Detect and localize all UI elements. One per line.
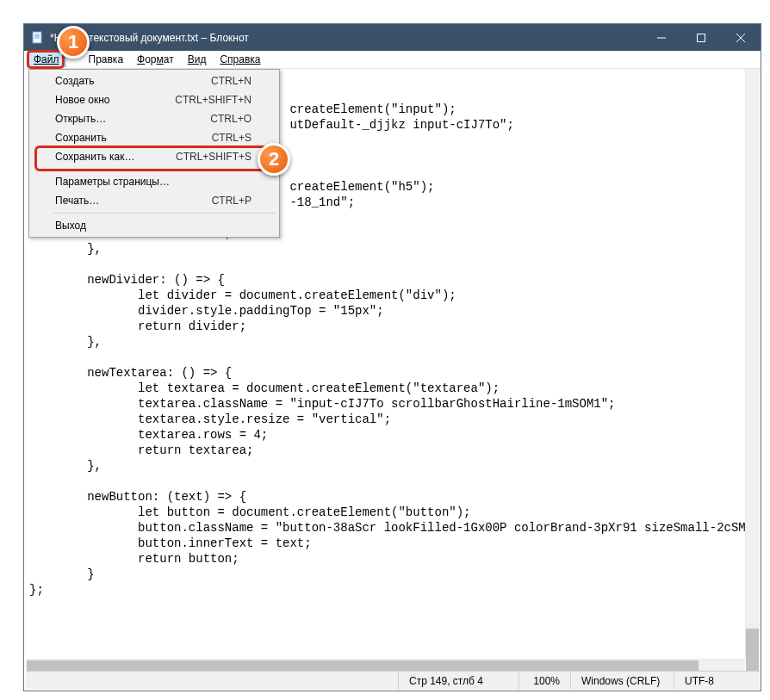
menuitem-open[interactable]: Открыть…CTRL+O bbox=[31, 109, 277, 128]
notepad-icon bbox=[31, 31, 45, 45]
status-zoom: 100% bbox=[519, 672, 570, 690]
menuitem-page-setup[interactable]: Параметры страницы… bbox=[31, 172, 277, 191]
file-menu-dropdown: СоздатьCTRL+N Новое окноCTRL+SHIFT+N Отк… bbox=[28, 69, 280, 238]
status-position: Стр 149, стлб 4 bbox=[398, 672, 519, 690]
status-line-ending: Windows (CRLF) bbox=[570, 672, 674, 690]
minimize-button[interactable] bbox=[642, 24, 681, 51]
menubar: Файл Правка Формат Вид Справка bbox=[24, 51, 761, 69]
menuitem-new[interactable]: СоздатьCTRL+N bbox=[31, 71, 277, 90]
vertical-scrollbar[interactable] bbox=[745, 69, 760, 659]
maximize-button[interactable] bbox=[681, 24, 721, 51]
menuitem-save[interactable]: СохранитьCTRL+S bbox=[31, 128, 277, 147]
menuitem-new-window[interactable]: Новое окноCTRL+SHIFT+N bbox=[31, 90, 277, 109]
close-button[interactable] bbox=[721, 24, 761, 51]
vscroll-thumb[interactable] bbox=[746, 629, 759, 672]
menuitem-exit[interactable]: Выход bbox=[31, 216, 277, 235]
annotation-badge-1: 1 bbox=[57, 26, 90, 59]
menu-separator bbox=[53, 169, 276, 170]
menu-format[interactable]: Формат bbox=[130, 52, 181, 67]
menu-separator bbox=[53, 213, 276, 214]
menu-edit[interactable]: Правка bbox=[82, 52, 131, 67]
annotation-badge-2: 2 bbox=[258, 143, 290, 176]
statusbar: Стр 149, стлб 4 100% Windows (CRLF) UTF-… bbox=[26, 671, 760, 690]
status-encoding: UTF-8 bbox=[674, 672, 760, 690]
window-controls bbox=[642, 24, 761, 51]
menu-view[interactable]: Вид bbox=[181, 52, 214, 67]
menu-file[interactable]: Файл bbox=[27, 52, 66, 67]
titlebar: *Новый текстовый документ.txt – Блокнот bbox=[24, 24, 761, 51]
menuitem-print[interactable]: Печать…CTRL+P bbox=[31, 191, 277, 210]
svg-rect-5 bbox=[698, 34, 705, 41]
menu-help[interactable]: Справка bbox=[213, 52, 267, 67]
menuitem-save-as[interactable]: Сохранить как…CTRL+SHIFT+S bbox=[31, 147, 277, 166]
